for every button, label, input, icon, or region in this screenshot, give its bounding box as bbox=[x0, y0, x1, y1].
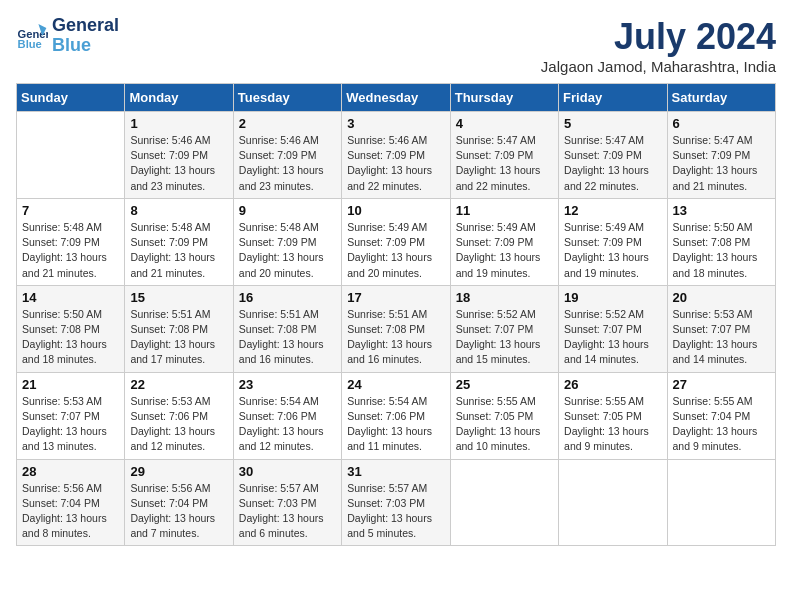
day-number: 10 bbox=[347, 203, 444, 218]
calendar-cell: 20Sunrise: 5:53 AM Sunset: 7:07 PM Dayli… bbox=[667, 285, 775, 372]
weekday-header-wednesday: Wednesday bbox=[342, 84, 450, 112]
day-number: 4 bbox=[456, 116, 553, 131]
day-number: 23 bbox=[239, 377, 336, 392]
calendar-cell: 27Sunrise: 5:55 AM Sunset: 7:04 PM Dayli… bbox=[667, 372, 775, 459]
weekday-header-monday: Monday bbox=[125, 84, 233, 112]
calendar-cell bbox=[667, 459, 775, 546]
day-info: Sunrise: 5:55 AM Sunset: 7:04 PM Dayligh… bbox=[673, 394, 770, 455]
day-info: Sunrise: 5:50 AM Sunset: 7:08 PM Dayligh… bbox=[673, 220, 770, 281]
calendar-cell: 1Sunrise: 5:46 AM Sunset: 7:09 PM Daylig… bbox=[125, 112, 233, 199]
calendar-cell: 31Sunrise: 5:57 AM Sunset: 7:03 PM Dayli… bbox=[342, 459, 450, 546]
calendar-cell: 29Sunrise: 5:56 AM Sunset: 7:04 PM Dayli… bbox=[125, 459, 233, 546]
day-info: Sunrise: 5:46 AM Sunset: 7:09 PM Dayligh… bbox=[130, 133, 227, 194]
calendar-cell: 7Sunrise: 5:48 AM Sunset: 7:09 PM Daylig… bbox=[17, 198, 125, 285]
logo: General Blue General Blue bbox=[16, 16, 119, 56]
day-number: 31 bbox=[347, 464, 444, 479]
calendar-cell: 11Sunrise: 5:49 AM Sunset: 7:09 PM Dayli… bbox=[450, 198, 558, 285]
location-label: Jalgaon Jamod, Maharashtra, India bbox=[541, 58, 776, 75]
day-number: 25 bbox=[456, 377, 553, 392]
day-info: Sunrise: 5:57 AM Sunset: 7:03 PM Dayligh… bbox=[347, 481, 444, 542]
day-number: 15 bbox=[130, 290, 227, 305]
day-number: 1 bbox=[130, 116, 227, 131]
calendar-cell: 5Sunrise: 5:47 AM Sunset: 7:09 PM Daylig… bbox=[559, 112, 667, 199]
day-number: 12 bbox=[564, 203, 661, 218]
day-number: 7 bbox=[22, 203, 119, 218]
day-info: Sunrise: 5:51 AM Sunset: 7:08 PM Dayligh… bbox=[130, 307, 227, 368]
day-number: 20 bbox=[673, 290, 770, 305]
day-number: 14 bbox=[22, 290, 119, 305]
week-row-4: 21Sunrise: 5:53 AM Sunset: 7:07 PM Dayli… bbox=[17, 372, 776, 459]
svg-text:Blue: Blue bbox=[18, 38, 42, 50]
day-number: 26 bbox=[564, 377, 661, 392]
weekday-header-row: SundayMondayTuesdayWednesdayThursdayFrid… bbox=[17, 84, 776, 112]
day-info: Sunrise: 5:56 AM Sunset: 7:04 PM Dayligh… bbox=[22, 481, 119, 542]
weekday-header-thursday: Thursday bbox=[450, 84, 558, 112]
day-info: Sunrise: 5:57 AM Sunset: 7:03 PM Dayligh… bbox=[239, 481, 336, 542]
calendar-cell: 9Sunrise: 5:48 AM Sunset: 7:09 PM Daylig… bbox=[233, 198, 341, 285]
day-info: Sunrise: 5:55 AM Sunset: 7:05 PM Dayligh… bbox=[456, 394, 553, 455]
day-number: 28 bbox=[22, 464, 119, 479]
day-info: Sunrise: 5:53 AM Sunset: 7:06 PM Dayligh… bbox=[130, 394, 227, 455]
week-row-5: 28Sunrise: 5:56 AM Sunset: 7:04 PM Dayli… bbox=[17, 459, 776, 546]
day-info: Sunrise: 5:56 AM Sunset: 7:04 PM Dayligh… bbox=[130, 481, 227, 542]
day-number: 16 bbox=[239, 290, 336, 305]
day-info: Sunrise: 5:48 AM Sunset: 7:09 PM Dayligh… bbox=[22, 220, 119, 281]
calendar-cell: 23Sunrise: 5:54 AM Sunset: 7:06 PM Dayli… bbox=[233, 372, 341, 459]
logo-icon: General Blue bbox=[16, 20, 48, 52]
calendar-cell: 14Sunrise: 5:50 AM Sunset: 7:08 PM Dayli… bbox=[17, 285, 125, 372]
day-info: Sunrise: 5:54 AM Sunset: 7:06 PM Dayligh… bbox=[347, 394, 444, 455]
weekday-header-sunday: Sunday bbox=[17, 84, 125, 112]
calendar-cell: 21Sunrise: 5:53 AM Sunset: 7:07 PM Dayli… bbox=[17, 372, 125, 459]
day-info: Sunrise: 5:52 AM Sunset: 7:07 PM Dayligh… bbox=[564, 307, 661, 368]
day-number: 6 bbox=[673, 116, 770, 131]
day-info: Sunrise: 5:47 AM Sunset: 7:09 PM Dayligh… bbox=[456, 133, 553, 194]
day-number: 24 bbox=[347, 377, 444, 392]
calendar-cell: 30Sunrise: 5:57 AM Sunset: 7:03 PM Dayli… bbox=[233, 459, 341, 546]
day-number: 8 bbox=[130, 203, 227, 218]
calendar-cell: 28Sunrise: 5:56 AM Sunset: 7:04 PM Dayli… bbox=[17, 459, 125, 546]
calendar-cell: 25Sunrise: 5:55 AM Sunset: 7:05 PM Dayli… bbox=[450, 372, 558, 459]
day-info: Sunrise: 5:47 AM Sunset: 7:09 PM Dayligh… bbox=[673, 133, 770, 194]
day-info: Sunrise: 5:50 AM Sunset: 7:08 PM Dayligh… bbox=[22, 307, 119, 368]
day-info: Sunrise: 5:54 AM Sunset: 7:06 PM Dayligh… bbox=[239, 394, 336, 455]
day-number: 30 bbox=[239, 464, 336, 479]
calendar-cell: 18Sunrise: 5:52 AM Sunset: 7:07 PM Dayli… bbox=[450, 285, 558, 372]
day-info: Sunrise: 5:51 AM Sunset: 7:08 PM Dayligh… bbox=[347, 307, 444, 368]
day-number: 2 bbox=[239, 116, 336, 131]
day-info: Sunrise: 5:53 AM Sunset: 7:07 PM Dayligh… bbox=[673, 307, 770, 368]
calendar-cell: 2Sunrise: 5:46 AM Sunset: 7:09 PM Daylig… bbox=[233, 112, 341, 199]
day-info: Sunrise: 5:46 AM Sunset: 7:09 PM Dayligh… bbox=[239, 133, 336, 194]
calendar-cell: 8Sunrise: 5:48 AM Sunset: 7:09 PM Daylig… bbox=[125, 198, 233, 285]
calendar-cell bbox=[17, 112, 125, 199]
day-number: 11 bbox=[456, 203, 553, 218]
calendar-cell: 4Sunrise: 5:47 AM Sunset: 7:09 PM Daylig… bbox=[450, 112, 558, 199]
calendar-cell: 22Sunrise: 5:53 AM Sunset: 7:06 PM Dayli… bbox=[125, 372, 233, 459]
day-number: 13 bbox=[673, 203, 770, 218]
calendar-table: SundayMondayTuesdayWednesdayThursdayFrid… bbox=[16, 83, 776, 546]
day-number: 5 bbox=[564, 116, 661, 131]
calendar-cell bbox=[559, 459, 667, 546]
calendar-cell: 15Sunrise: 5:51 AM Sunset: 7:08 PM Dayli… bbox=[125, 285, 233, 372]
day-info: Sunrise: 5:49 AM Sunset: 7:09 PM Dayligh… bbox=[564, 220, 661, 281]
day-number: 27 bbox=[673, 377, 770, 392]
day-info: Sunrise: 5:49 AM Sunset: 7:09 PM Dayligh… bbox=[347, 220, 444, 281]
calendar-cell: 19Sunrise: 5:52 AM Sunset: 7:07 PM Dayli… bbox=[559, 285, 667, 372]
page-header: General Blue General Blue July 2024 Jalg… bbox=[16, 16, 776, 75]
day-number: 17 bbox=[347, 290, 444, 305]
title-block: July 2024 Jalgaon Jamod, Maharashtra, In… bbox=[541, 16, 776, 75]
day-number: 22 bbox=[130, 377, 227, 392]
weekday-header-saturday: Saturday bbox=[667, 84, 775, 112]
calendar-cell: 12Sunrise: 5:49 AM Sunset: 7:09 PM Dayli… bbox=[559, 198, 667, 285]
day-info: Sunrise: 5:49 AM Sunset: 7:09 PM Dayligh… bbox=[456, 220, 553, 281]
day-info: Sunrise: 5:47 AM Sunset: 7:09 PM Dayligh… bbox=[564, 133, 661, 194]
calendar-cell: 16Sunrise: 5:51 AM Sunset: 7:08 PM Dayli… bbox=[233, 285, 341, 372]
day-number: 21 bbox=[22, 377, 119, 392]
week-row-1: 1Sunrise: 5:46 AM Sunset: 7:09 PM Daylig… bbox=[17, 112, 776, 199]
calendar-cell: 26Sunrise: 5:55 AM Sunset: 7:05 PM Dayli… bbox=[559, 372, 667, 459]
day-number: 3 bbox=[347, 116, 444, 131]
calendar-cell bbox=[450, 459, 558, 546]
week-row-2: 7Sunrise: 5:48 AM Sunset: 7:09 PM Daylig… bbox=[17, 198, 776, 285]
calendar-cell: 13Sunrise: 5:50 AM Sunset: 7:08 PM Dayli… bbox=[667, 198, 775, 285]
day-info: Sunrise: 5:46 AM Sunset: 7:09 PM Dayligh… bbox=[347, 133, 444, 194]
day-number: 29 bbox=[130, 464, 227, 479]
